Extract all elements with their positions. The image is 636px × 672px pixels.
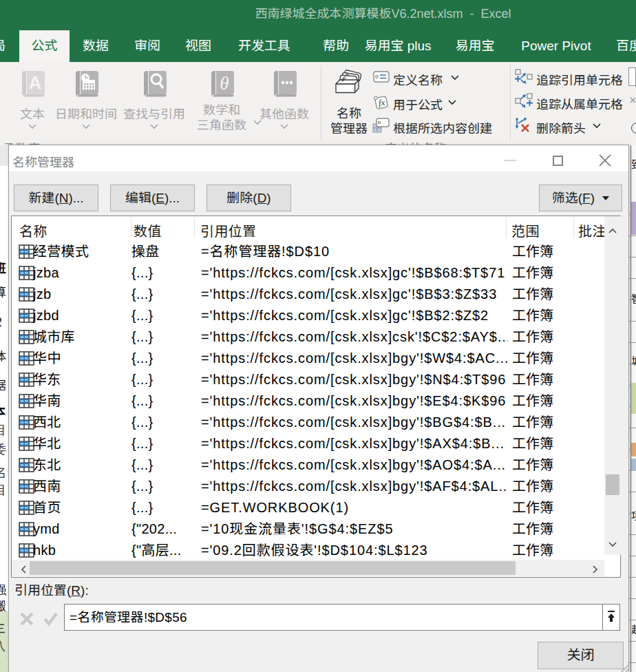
svg-text:fx: fx (378, 97, 385, 108)
svg-text:θ: θ (220, 73, 229, 94)
svg-text:A: A (29, 72, 42, 93)
